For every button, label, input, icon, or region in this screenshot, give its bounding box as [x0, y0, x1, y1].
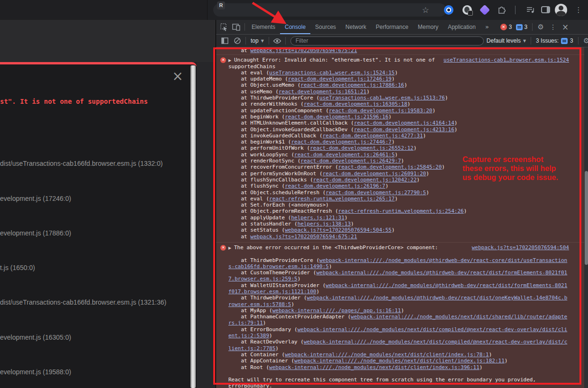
console-line: ent.js:2:5389) [228, 333, 579, 339]
stack-trace-link[interactable]: react-dom.development.js:26552:12 [310, 145, 414, 151]
extension-blue-target-icon[interactable] [444, 5, 453, 15]
stack-trace-link[interactable]: webpack-internal:///./node_modules/next/… [304, 339, 567, 345]
stack-trace-link[interactable]: webpack.js?ts=1702205076594:675:21 [250, 47, 357, 54]
browser-toolbar: R ☆ ⋮ [207, 0, 588, 20]
stack-trace-link[interactable]: react-dom.development.js:26196:7 [285, 183, 385, 189]
console-line: lient.js:2:7785) [228, 345, 579, 352]
tab-console[interactable]: Console [280, 20, 310, 34]
media-controls-icon[interactable] [526, 6, 535, 16]
devtools-settings-gear-icon[interactable]: ⚙ [534, 21, 547, 33]
stack-trace-link[interactable]: webpack.js?ts=1702205076594:675:21 [250, 234, 357, 240]
toolbar-divider [531, 37, 531, 45]
extensions-puzzle-icon[interactable] [497, 5, 507, 17]
stack-trace-link[interactable]: react-dom.development.js:27790:5 [326, 189, 426, 196]
stack-trace-link[interactable]: react-refresh-runtim…velopment.js:265:17 [269, 196, 395, 202]
live-expression-eye-icon[interactable] [271, 35, 283, 47]
stack-trace-link[interactable]: react-dom.development.js:17886:16 [300, 82, 404, 88]
stack-trace-link[interactable]: webpack-internal:///./node_modules/next/… [298, 326, 568, 333]
console-line: React will try to recreate this componen… [228, 377, 579, 383]
more-tabs-icon[interactable]: » [480, 20, 494, 34]
console-scrollbar-thumb[interactable] [585, 171, 588, 265]
side-panel-icon[interactable] [541, 6, 550, 13]
console-line: at webpack.js?ts=1702205076594:675:21 [228, 47, 579, 54]
stack-trace-link[interactable]: rowser.esm.js:5788:5 [228, 301, 291, 307]
console-filter-input[interactable] [290, 36, 484, 45]
overlay-close-icon[interactable]: × [171, 69, 185, 83]
stack-trace-link[interactable]: f017.browser.esm.js:1121:100 [228, 289, 316, 295]
stack-trace-link[interactable]: react-dom.development.js:26429:7 [300, 158, 401, 164]
stack-trace-link[interactable]: useTransactions-cab1…wser.esm.js:1513:76 [319, 95, 445, 101]
stack-trace-link[interactable]: react-dom.development.js:26461:5 [294, 152, 395, 158]
stack-trace-link[interactable]: webpack-internal:///./node_modules/next/… [269, 364, 479, 370]
message-count-badge[interactable]: 3 [516, 24, 528, 30]
overlay-scrollbar[interactable] [190, 65, 196, 388]
stack-trace-link[interactable]: helpers.js:138:13 [298, 221, 351, 227]
stack-trace-link[interactable]: react-dom.development.js:16305:18 [304, 101, 407, 107]
inspect-element-icon[interactable] [218, 21, 230, 33]
stack-trace-link[interactable]: ent.js:2:5389 [228, 333, 269, 339]
devtools-menu-kebab-icon[interactable]: ⋮ [547, 21, 559, 33]
tab-memory[interactable]: Memory [413, 20, 443, 34]
stack-trace-link[interactable]: react-dom.development.js:21596:16 [285, 114, 389, 120]
overlay-stack-frame: evelopment.js (17246:0) [0, 195, 71, 202]
source-location-link[interactable]: useTransactions-cab1…browser.esm.js:1524 [443, 57, 569, 63]
stack-trace-link[interactable]: webpack-internal:///./node_modules/next/… [285, 352, 488, 358]
stack-trace-link[interactable]: react-dom.development.js:4213:16 [354, 126, 454, 133]
stack-trace-link[interactable]: webpack-internal:///./node_modules/@thir… [316, 270, 567, 276]
stack-trace-link[interactable]: react.development.js:1651:21 [279, 89, 366, 95]
console-line: at ReactDevOverlay (webpack-internal:///… [228, 339, 579, 345]
tab-sources[interactable]: Sources [310, 20, 341, 34]
tab-application[interactable]: Application [443, 20, 480, 34]
stack-trace-link[interactable]: react-dom.development.js:25845:20 [338, 164, 442, 170]
stack-trace-link[interactable]: webpack-internal:///./node_modules/@thir… [319, 257, 567, 263]
clear-console-icon[interactable] [231, 35, 244, 47]
stack-trace-link[interactable]: react-dom.development.js:17246:19 [288, 76, 392, 82]
address-bar[interactable] [213, 3, 446, 17]
stack-trace-link[interactable]: 7.browser.esm.js:259:5 [228, 276, 298, 282]
stack-trace-link[interactable]: react-dom.development.js:27446:7 [291, 139, 391, 145]
stack-trace-link[interactable]: webpack-internal:///./node_modules/@thir… [307, 295, 568, 301]
error-count-badge[interactable]: ✕ 3 [500, 24, 512, 30]
stack-trace-link[interactable]: webpack-internal:///./node_modules/@thir… [326, 282, 567, 289]
stack-trace-link[interactable]: react-refresh-runtim…velopment.js:254:26 [338, 208, 464, 214]
device-toolbar-icon[interactable] [230, 21, 243, 33]
extension-purple-diamond-icon[interactable] [479, 5, 490, 16]
stack-trace-link[interactable]: react-dom.development.js:4164:14 [354, 120, 454, 126]
issues-counter[interactable]: 3 Issues: 3 [533, 37, 576, 44]
stack-trace-link[interactable]: react-dom.development.js:4277:31 [323, 133, 423, 139]
console-line: at Object.performReactRefresh (react-ref… [228, 208, 579, 214]
console-line: at Root (webpack-internal:///./node_modu… [228, 364, 579, 370]
stack-trace-link[interactable]: react-dom.development.js:26091:20 [323, 171, 426, 177]
bookmark-star-icon[interactable]: ☆ [421, 5, 430, 15]
stack-trace-link[interactable]: rs.js:79:11 [228, 320, 263, 326]
context-selector-dropdown[interactable]: top▼ [248, 37, 267, 44]
stack-trace-link[interactable]: s-cab166fd.browser.esm.js:1490:5 [228, 263, 329, 270]
stack-trace-link[interactable]: react-dom.development.js:12042:22 [313, 177, 417, 183]
stack-trace-link[interactable]: react-dom.development.js:19583:20 [329, 108, 433, 114]
log-levels-dropdown[interactable]: Default levels▼ [484, 37, 529, 44]
console-scrollbar[interactable] [584, 47, 588, 388]
console-line [228, 251, 579, 257]
tab-favicon-r: R [217, 1, 225, 9]
source-location-link[interactable]: webpack.js?ts=1702205076594:504 [472, 244, 569, 251]
console-settings-gear-icon[interactable]: ⚙ [580, 35, 588, 47]
extension-gray-badge-icon[interactable] [462, 5, 472, 15]
devtools-close-icon[interactable]: × [559, 21, 571, 33]
stack-trace-link[interactable]: webpack-internal:///./node_modules/next/… [351, 314, 567, 320]
console-line: 7.browser.esm.js:259:5) [228, 276, 579, 282]
stack-trace-link[interactable]: webpack-internal:///./node_modules/next/… [294, 358, 505, 364]
chevron-down-icon: ▼ [261, 39, 264, 43]
stack-trace-link[interactable]: helpers.js:121:31 [291, 215, 344, 221]
stack-trace-link[interactable]: webpack-internal:///./pages/_app.js:16:1… [272, 307, 401, 314]
expand-triangle-icon[interactable]: ▶ [228, 245, 234, 251]
stack-trace-link[interactable]: webpack.js?ts=1702205076594:504:55 [285, 227, 391, 233]
stack-trace-link[interactable]: useTransactions-cab1…wser.esm.js:1524:15 [269, 70, 395, 76]
tab-network[interactable]: Network [341, 20, 371, 34]
profile-avatar[interactable] [555, 4, 567, 16]
browser-menu-kebab-icon[interactable]: ⋮ [574, 5, 583, 15]
console-sidebar-toggle-icon[interactable] [219, 35, 231, 47]
stack-trace-link[interactable]: lient.js:2:7785 [228, 345, 275, 352]
tab-performance[interactable]: Performance [371, 20, 413, 34]
expand-triangle-icon[interactable]: ▶ [228, 57, 234, 63]
tab-elements[interactable]: Elements [247, 20, 280, 34]
